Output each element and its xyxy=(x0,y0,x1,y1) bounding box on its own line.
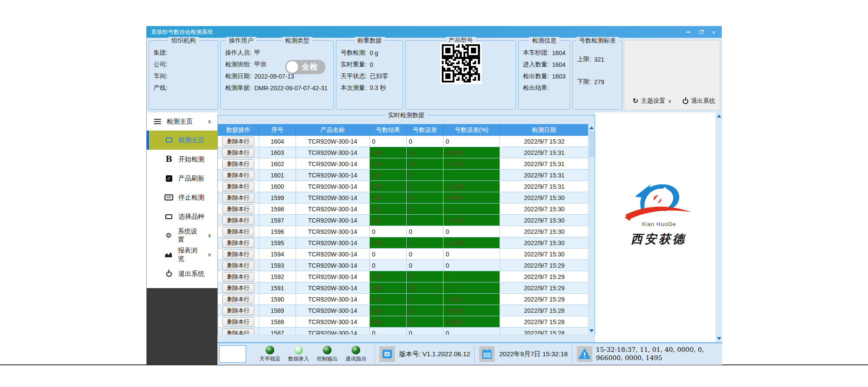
delete-row-button[interactable]: 删除本行 xyxy=(222,272,254,282)
delete-row-button[interactable]: 删除本行 xyxy=(222,227,254,236)
sidebar-item-report-browse[interactable]: 报表浏览∨ xyxy=(147,245,217,264)
table-cell: 11 xyxy=(407,192,444,203)
table-cell: 301 xyxy=(370,215,407,226)
table-cell: TCR920W-300-14 xyxy=(296,282,370,294)
sidebar-item-start-detect[interactable]: B开始检测 xyxy=(147,150,217,169)
delete-row-button[interactable]: 删除本行 xyxy=(222,171,254,180)
sidebar-header[interactable]: 检测主页∧ xyxy=(147,112,217,131)
delete-row-button[interactable]: 删除本行 xyxy=(222,182,254,191)
table-cell: 2022/9/7 15:28 xyxy=(500,316,589,328)
delete-row-button[interactable]: 删除本行 xyxy=(222,328,254,335)
maximize-button[interactable] xyxy=(699,30,703,34)
scroll-down-icon[interactable] xyxy=(589,329,594,332)
table-cell: 2022/9/7 15:30 xyxy=(500,215,589,226)
table-cell: 0 xyxy=(444,328,500,335)
scroll-up-icon[interactable] xyxy=(589,126,594,129)
table-cell: 286 xyxy=(370,147,407,158)
field-value: 2022-09-07-13 xyxy=(254,73,294,80)
delete-row-button[interactable]: 删除本行 xyxy=(222,148,254,157)
table-cell: TCR920W-300-14 xyxy=(296,328,370,335)
table-cell: 12 xyxy=(407,282,444,294)
table-cell: TCR920W-300-14 xyxy=(296,215,370,226)
sidebar-item-label: 检测主页 xyxy=(178,136,204,144)
scroll-up-icon[interactable] xyxy=(717,115,721,118)
delete-row-button[interactable]: 删除本行 xyxy=(222,204,254,214)
sidebar-item-label: 报表浏览 xyxy=(178,246,202,263)
delete-row-button[interactable]: 删除本行 xyxy=(222,216,254,225)
calendar-icon xyxy=(479,346,495,362)
table-scrollbar[interactable] xyxy=(588,124,595,335)
delete-row-button[interactable]: 删除本行 xyxy=(222,283,254,293)
table-cell: TCR920W-300-14 xyxy=(296,316,370,328)
table-cell: 1604 xyxy=(259,136,296,147)
logo-cjk-text: 西安获德 xyxy=(622,231,696,247)
status-input[interactable] xyxy=(219,345,246,363)
minimize-button[interactable] xyxy=(686,32,690,33)
table-cell: 1 xyxy=(444,170,500,181)
delete-row-button[interactable]: 删除本行 xyxy=(222,137,254,146)
table-cell: 0 xyxy=(407,260,444,271)
table-cell: 1595 xyxy=(259,237,296,249)
table-cell: TCR920W-300-14 xyxy=(296,181,370,192)
column-header: 产品名称 xyxy=(296,124,370,136)
delete-row-button[interactable]: 删除本行 xyxy=(222,306,254,315)
table-cell: 305 xyxy=(370,294,407,305)
table-cell: TCR920W-300-14 xyxy=(296,260,370,271)
sidebar-item-stop-detect[interactable]: CC停止检测 xyxy=(147,188,217,207)
delete-row-button[interactable]: 删除本行 xyxy=(222,249,254,259)
checkbox-icon: ✓ xyxy=(165,175,173,182)
table-cell: TCR920W-300-14 xyxy=(296,170,370,181)
delete-row-button[interactable]: 删除本行 xyxy=(222,159,254,169)
sidebar-item-system-settings[interactable]: ⚙系统设置∨ xyxy=(147,226,217,245)
table-cell: 2022/9/7 15:30 xyxy=(500,192,589,203)
delete-row-button[interactable]: 删除本行 xyxy=(222,317,254,327)
table-cell: 删除本行 xyxy=(218,316,259,328)
led-icon xyxy=(266,346,274,354)
table-cell: 删除本行 xyxy=(218,260,259,271)
delete-row-button[interactable]: 删除本行 xyxy=(222,261,254,270)
toggle-label: 全检 xyxy=(302,62,318,72)
company-logo: Xian HuoDe 西安获德 xyxy=(622,177,696,247)
table-cell: 3.6667 xyxy=(444,192,500,203)
sidebar-item-select-variety[interactable]: 选择品种 xyxy=(147,207,217,226)
led-indicator: 数据录入 xyxy=(284,346,313,363)
field-label: 实时重量: xyxy=(341,61,367,69)
table-cell: 2022/9/7 15:30 xyxy=(500,203,589,215)
field-label: 号数检测: xyxy=(341,49,367,57)
theme-settings-button[interactable]: ↻ 主题设置 ∨ xyxy=(633,97,671,105)
scroll-down-icon[interactable] xyxy=(717,337,721,340)
table-cell: 2022/9/7 15:31 xyxy=(500,158,589,170)
field-label: 车间: xyxy=(154,72,168,80)
full-check-toggle[interactable]: 全检 xyxy=(285,60,326,74)
table-cell: 297 xyxy=(370,170,407,181)
table-cell: 2022/9/7 15:29 xyxy=(500,271,589,282)
operator-group: 操作用户 检测类型 操作人员:甲检测班组:甲班检测日期:2022-09-07-1… xyxy=(220,40,334,110)
close-button[interactable]: × xyxy=(712,30,715,35)
sidebar-filler xyxy=(147,288,217,342)
version-icon xyxy=(379,346,395,362)
cc-icon: CC xyxy=(165,194,173,200)
table-cell: 1590 xyxy=(259,294,296,305)
delete-row-button[interactable]: 删除本行 xyxy=(222,193,254,203)
delete-row-button[interactable]: 删除本行 xyxy=(222,295,254,304)
table-cell: 1.3333 xyxy=(444,181,500,192)
table-cell: 1592 xyxy=(259,271,296,282)
right-panel-scrollbar[interactable] xyxy=(716,112,722,342)
table-cell: 删除本行 xyxy=(218,181,259,192)
scroll-thumb[interactable] xyxy=(589,131,594,157)
table-row: 删除本行1602TCR920W-300-14290103.33332022/9/… xyxy=(218,158,589,170)
delete-row-button[interactable]: 删除本行 xyxy=(222,238,254,248)
table-row: 删除本行1595TCR920W-300-1430441.33332022/9/7… xyxy=(218,237,589,249)
table-row: 删除本行1593TCR920W-300-140002022/9/7 15:29 xyxy=(218,260,589,271)
table-cell: 2022/9/7 15:30 xyxy=(500,237,589,249)
sidebar-item-product-refresh[interactable]: ✓产品刷新 xyxy=(147,169,217,188)
realtime-table-title: 实时检测数据 xyxy=(385,112,427,119)
sidebar-item-exit-system[interactable]: 退出系统 xyxy=(147,264,217,283)
table-cell: 0 xyxy=(370,226,407,237)
weighing-group: 称重数据 号数检测:0 g实时重量:0天平状态:已归零本次测量:0.3 秒 xyxy=(336,40,403,110)
field-row: 实时重量:0 xyxy=(336,59,403,70)
exit-system-button[interactable]: 退出系统 xyxy=(683,97,715,105)
sidebar-item-home[interactable]: 检测主页 xyxy=(147,131,217,150)
table-cell: 删除本行 xyxy=(218,282,259,294)
status-message: 15-32-18:37, 11, 01, 40, 0000, 0, 966000… xyxy=(596,346,707,362)
